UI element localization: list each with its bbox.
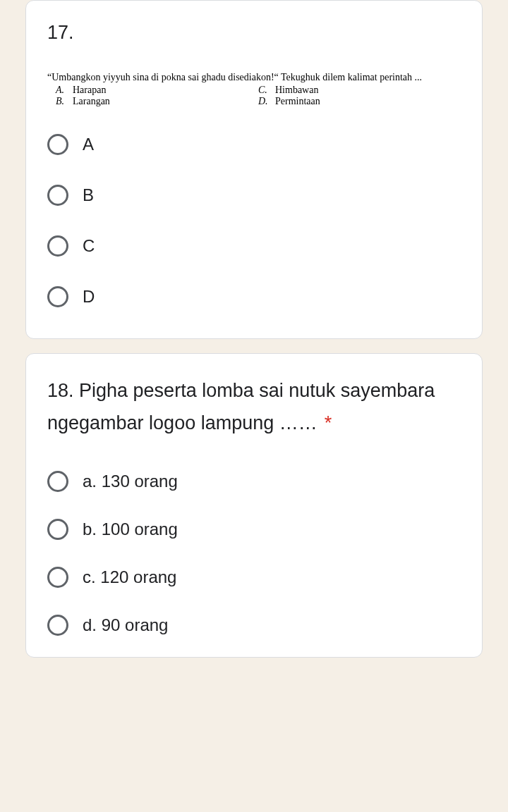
option-B[interactable]: B [47, 185, 461, 206]
option-label: B [83, 185, 94, 205]
radio-icon [47, 185, 68, 206]
option-c[interactable]: c. 120 orang [47, 567, 461, 588]
embedded-opt-B: B. Larangan [56, 96, 258, 107]
embedded-col-right: C. Himbawan D. Permintaan [258, 85, 461, 107]
embedded-intro: “Umbangkon yiyyuh sina di pokna sai ghad… [47, 72, 461, 83]
question-card-18: 18. Pigha peserta lomba sai nutuk sayemb… [25, 353, 483, 658]
option-label: d. 90 orang [83, 615, 168, 635]
question-number: 17. [47, 22, 461, 44]
option-b[interactable]: b. 100 orang [47, 519, 461, 540]
question-card-17: 17. “Umbangkon yiyyuh sina di pokna sai … [25, 0, 483, 339]
option-label: a. 130 orang [83, 472, 178, 491]
option-label: C [83, 236, 95, 256]
option-label: A [83, 135, 94, 154]
radio-icon [47, 615, 68, 636]
option-A[interactable]: A [47, 134, 461, 155]
option-D[interactable]: D [47, 286, 461, 307]
radio-icon [47, 134, 68, 155]
embedded-opt-C: C. Himbawan [258, 85, 461, 96]
embedded-options: A. Harapan B. Larangan C. Himbawan D. Pe… [47, 85, 461, 107]
radio-icon [47, 471, 68, 492]
embedded-col-left: A. Harapan B. Larangan [47, 85, 258, 107]
option-label: D [83, 287, 95, 307]
embedded-opt-A: A. Harapan [56, 85, 258, 96]
radio-icon [47, 567, 68, 588]
options-list-q18: a. 130 orang b. 100 orang c. 120 orang d… [47, 471, 461, 636]
options-list-q17: A B C D [47, 127, 461, 307]
radio-icon [47, 286, 68, 307]
embedded-opt-D: D. Permintaan [258, 96, 461, 107]
option-label: b. 100 orang [83, 519, 178, 539]
radio-icon [47, 519, 68, 540]
option-d[interactable]: d. 90 orang [47, 615, 461, 636]
radio-icon [47, 235, 68, 257]
embedded-question-text: “Umbangkon yiyyuh sina di pokna sai ghad… [47, 72, 461, 107]
question-title: 18. Pigha peserta lomba sai nutuk sayemb… [47, 375, 461, 440]
option-C[interactable]: C [47, 235, 461, 257]
option-label: c. 120 orang [83, 567, 176, 587]
required-asterisk: * [325, 412, 332, 433]
option-a[interactable]: a. 130 orang [47, 471, 461, 492]
